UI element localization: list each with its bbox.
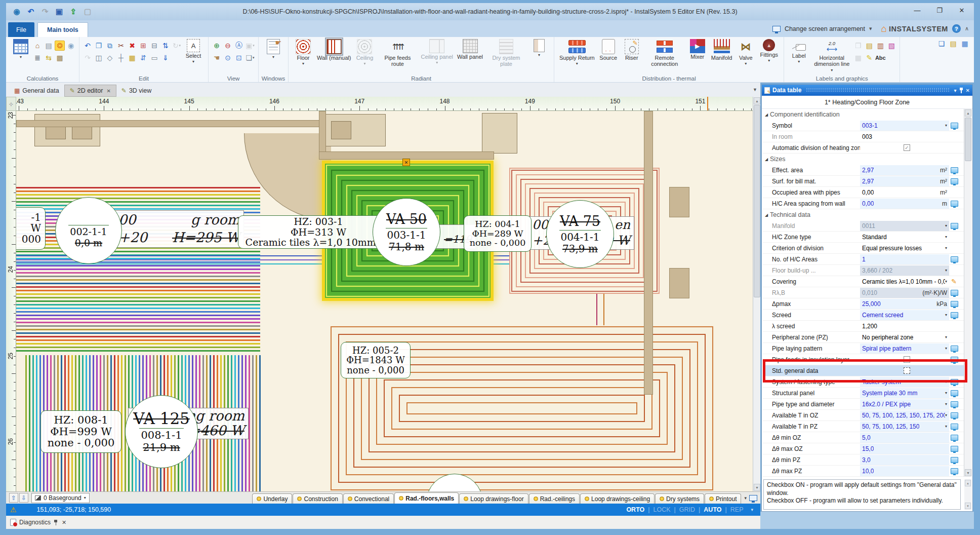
close-icon[interactable]: ✕: [966, 88, 970, 93]
toggle-auto[interactable]: AUTO: [704, 506, 721, 513]
layer-tab-dry-systems[interactable]: Dry systems: [655, 493, 704, 504]
edit-nodes-icon[interactable]: ⊞: [138, 41, 148, 51]
layer-manager-icon[interactable]: [749, 495, 757, 501]
tab-overflow-icon[interactable]: ▼: [753, 87, 757, 92]
layer-select[interactable]: 0 Baseground ▾: [31, 493, 90, 503]
file-menu-button[interactable]: File: [8, 22, 34, 37]
property-value-cell[interactable]: 1: [860, 254, 949, 264]
per-screen-override-icon[interactable]: [951, 390, 958, 396]
dropdown-icon[interactable]: ▾: [945, 346, 947, 351]
results-icon[interactable]: ≣: [32, 53, 43, 63]
scroll-down-icon[interactable]: ▼: [754, 484, 760, 491]
layer-up-button[interactable]: ⇧: [9, 493, 18, 503]
layer-visibility-icon[interactable]: [464, 496, 468, 501]
panel-scrollbar[interactable]: ▲ ▼: [964, 109, 972, 477]
status-options-icon[interactable]: ▾: [751, 507, 753, 512]
property-value-cell[interactable]: 0,010(m²·K)/W: [860, 288, 949, 298]
layer-visibility-icon[interactable]: [660, 496, 664, 501]
scroll-down-icon[interactable]: ▼: [965, 469, 971, 476]
supply-return-button[interactable]: Supply Return▾: [558, 39, 596, 66]
layout-icon[interactable]: ▤: [948, 39, 958, 49]
per-screen-override-icon[interactable]: [951, 379, 958, 385]
hz-label-008[interactable]: HZ: 008-1ΦH=999 Wnone - 0,000: [40, 410, 121, 453]
layer-tab-rad-ceilings[interactable]: Rad.-ceilings: [529, 493, 580, 504]
minimize-button[interactable]: —: [906, 3, 928, 17]
undo-icon[interactable]: ↶: [83, 41, 93, 51]
wall-marker-icon[interactable]: ✕: [402, 159, 410, 166]
building-icon[interactable]: ▤: [44, 41, 54, 51]
property-value-cell[interactable]: 003: [860, 132, 949, 142]
panel-drag-area[interactable]: [806, 88, 949, 93]
property-value-cell[interactable]: Ceramic tiles λ=1,0 10mm - 0,01▾: [860, 277, 949, 287]
scroll-up-icon[interactable]: ▲: [754, 97, 760, 104]
layer-tab-loop-drawings-floor[interactable]: Loop drawings-floor: [459, 493, 528, 504]
property-value-cell[interactable]: 15,0: [860, 444, 949, 454]
collapse-icon[interactable]: ◢: [763, 213, 770, 217]
toggle-rep[interactable]: REP: [730, 506, 744, 513]
flip-vertical-icon[interactable]: ⇅: [160, 41, 171, 51]
wall-section-icon[interactable]: ▤: [864, 41, 874, 51]
property-value-cell[interactable]: 2,97m²: [860, 176, 949, 186]
insert-node-icon[interactable]: ◇: [105, 53, 115, 63]
hz-label-001-partial[interactable]: -1W000: [16, 207, 46, 250]
edit-icon[interactable]: ✎: [951, 278, 957, 285]
layer-tab-convectional[interactable]: Convectional: [343, 493, 394, 504]
layer-tab-construction[interactable]: Construction: [293, 493, 342, 504]
property-value-cell[interactable]: [860, 366, 949, 376]
scrollbar-thumb[interactable]: [965, 118, 971, 161]
split-icon[interactable]: ◫: [94, 53, 104, 63]
property-value-cell[interactable]: No peripheral zone▾: [860, 332, 949, 342]
calculate-button[interactable]: ▾: [10, 39, 32, 60]
tab-general-data[interactable]: ▦General data: [9, 85, 64, 97]
dropdown-icon[interactable]: ▾: [945, 223, 947, 228]
wall-panel-button[interactable]: Wall panel: [456, 39, 484, 60]
dropdown-icon[interactable]: ▾: [945, 268, 947, 273]
property-value-cell[interactable]: 50, 75, 100, 125, 150, 175, 200, 25▾: [860, 410, 949, 421]
room-label-002[interactable]: 00g room+20H=295 W: [114, 210, 244, 248]
zoom-previous-icon[interactable]: ⊙: [223, 53, 233, 63]
wall-manual-button[interactable]: Wall (manual): [315, 39, 352, 61]
source-button[interactable]: Source: [597, 39, 620, 61]
checkbox-checked[interactable]: ✓: [904, 144, 910, 151]
arrange-windows-icon[interactable]: ❏▾: [245, 53, 255, 63]
tab-main-tools[interactable]: Main tools: [37, 22, 88, 37]
table-view-icon[interactable]: ▦: [960, 39, 970, 49]
property-value-cell[interactable]: ✓: [860, 143, 949, 153]
layer-visibility-icon[interactable]: [399, 496, 403, 501]
va-circle-75[interactable]: VA 75004-1-173,9 m: [546, 200, 614, 268]
help-button[interactable]: ?: [952, 24, 961, 33]
fittings-button[interactable]: Fittings▾: [758, 39, 780, 63]
close-icon[interactable]: ✕: [62, 519, 66, 526]
property-value-cell[interactable]: 3,0: [860, 455, 949, 465]
valve-button[interactable]: ⋈Valve▾: [734, 39, 757, 66]
toggle-grid[interactable]: GRID: [679, 506, 695, 513]
layer-visibility-icon[interactable]: [257, 496, 261, 501]
change-screen-arrangement-button[interactable]: Change screen arrangement: [785, 25, 865, 32]
property-value-cell[interactable]: Standard▾: [860, 232, 949, 242]
property-value-cell[interactable]: 10,0: [860, 466, 949, 476]
per-screen-override-icon[interactable]: [951, 223, 958, 229]
per-screen-override-icon[interactable]: [951, 201, 958, 207]
dropdown-icon[interactable]: ▾: [945, 335, 947, 339]
property-value-cell[interactable]: Tacker system▾: [860, 377, 949, 387]
diagnostics-tab[interactable]: Diagnostics: [19, 519, 51, 526]
help-scrollbar[interactable]: ▲ ▼: [964, 479, 972, 510]
zoom-window-icon[interactable]: ⊡: [234, 53, 244, 63]
toggle-orto[interactable]: ORTO: [626, 506, 644, 513]
dropdown-icon[interactable]: ▾: [945, 402, 947, 406]
property-value-cell[interactable]: 1,200: [860, 321, 949, 331]
highlighter-icon[interactable]: ✎: [864, 53, 874, 63]
drawing-canvas[interactable]: ✕ -1W000HZ: 003-1ΦH=313 WCeramic tiles λ…: [16, 111, 753, 491]
property-group-sizes[interactable]: ◢Sizes: [763, 154, 964, 165]
property-value-cell[interactable]: Cement screed▾: [860, 310, 949, 320]
per-screen-override-icon[interactable]: [951, 346, 958, 352]
property-value-cell[interactable]: 3,660 / 202▾: [860, 265, 949, 276]
layer-down-button[interactable]: ⇩: [19, 493, 28, 503]
flip-horizontal-icon[interactable]: ⇓: [160, 53, 171, 63]
heat-load-icon[interactable]: ⌂: [32, 41, 43, 51]
mixer-button[interactable]: Mixer: [686, 39, 709, 60]
panel-menu-icon[interactable]: ▾: [954, 88, 957, 93]
property-value-cell[interactable]: 16x2.0 / PEX pipe▾: [860, 399, 949, 409]
property-value-cell[interactable]: 003-1▾: [860, 121, 949, 131]
water-icon[interactable]: ◉: [66, 41, 76, 51]
